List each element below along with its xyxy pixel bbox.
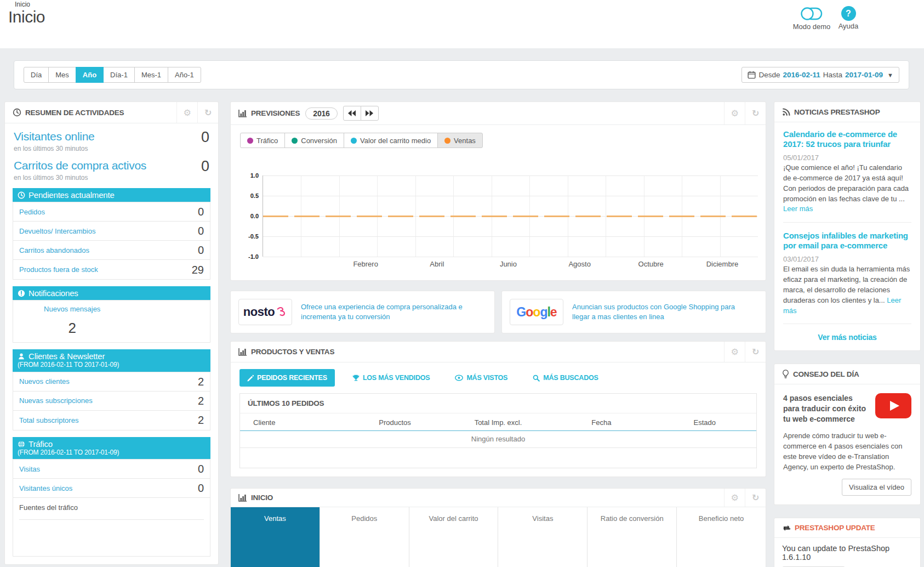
legend-sales[interactable]: Ventas	[437, 133, 483, 148]
active-carts-link[interactable]: Carritos de compra activos	[14, 159, 146, 172]
bar-chart-icon	[238, 109, 247, 117]
traffic-list: Visitas 0 Visitantes únicos 0 Fuentes de…	[13, 459, 210, 557]
refresh-icon[interactable]: ↻	[745, 489, 766, 507]
returns-link[interactable]: Devueltos/ Intercambios	[19, 227, 95, 235]
tab-ventas[interactable]: Ventas	[231, 507, 320, 567]
new-customers-link[interactable]: Nuevos clientes	[19, 377, 70, 385]
news-panel: NOTICIAS PRESTASHOP Calendario de e-comm…	[774, 101, 921, 351]
recent-orders-box: ÚLTIMOS 10 PEDIDOS Cliente Productos Tot…	[239, 393, 757, 468]
unique-visitors-value: 0	[198, 483, 204, 494]
column-fecha: Fecha	[550, 418, 653, 427]
refresh-icon[interactable]: ↻	[745, 102, 766, 124]
read-more-link[interactable]: Leer más	[783, 205, 813, 213]
column-productos: Productos	[343, 418, 446, 427]
tip-panel-title: CONSEJO DEL DÍA	[793, 370, 859, 378]
news-item-date: 05/01/2017	[783, 154, 911, 162]
pending-section-header: Pendientes actualmente	[13, 188, 210, 202]
nosto-banner-text[interactable]: Ofrece una experiencia de compra persona…	[301, 302, 482, 322]
sales-series-line	[263, 216, 758, 217]
update-arrows-icon	[782, 524, 791, 532]
range-button-ano[interactable]: Año	[76, 67, 104, 83]
user-icon	[18, 353, 25, 360]
new-subscriptions-link[interactable]: Nuevas subscripciones	[19, 396, 93, 405]
tab-most-searched[interactable]: MÁS BUSCADOS	[525, 369, 606, 387]
out-of-stock-link[interactable]: Productos fuera de stock	[19, 265, 98, 274]
gear-icon[interactable]: ⚙	[176, 102, 197, 123]
help-button[interactable]: ? Ayuda	[834, 6, 863, 30]
range-button-dia-1[interactable]: Día-1	[103, 67, 135, 83]
refresh-icon[interactable]: ↻	[745, 342, 766, 362]
forecast-panel: PREVISIONES 2016 ⚙ ↻ Tráfico	[230, 101, 766, 281]
legend-traffic[interactable]: Tráfico	[240, 133, 285, 148]
traffic-section-subtitle: (FROM 2016-02-11 TO 2017-01-09)	[18, 449, 206, 457]
range-button-ano-1[interactable]: Año-1	[168, 67, 201, 83]
news-item-title[interactable]: Consejos infalibles de marketing por ema…	[783, 231, 911, 251]
tab-beneficio-neto[interactable]: Beneficio neto	[677, 507, 766, 567]
tab-most-viewed[interactable]: MÁS VISTOS	[447, 369, 515, 387]
more-news-link[interactable]: Ver más noticias	[818, 333, 876, 342]
range-button-mes[interactable]: Mes	[48, 67, 76, 83]
nosto-logo: nosto	[238, 299, 292, 325]
visits-link[interactable]: Visitas	[19, 465, 40, 473]
range-button-mes-1[interactable]: Mes-1	[134, 67, 168, 83]
customers-section-header: Clientes & Newsletter (FROM 2016-02-11 T…	[13, 349, 210, 372]
list-item: Nuevas subscripciones 2	[13, 392, 210, 411]
tab-pedidos[interactable]: Pedidos	[320, 507, 409, 567]
visitors-online-sub: en los últimos 30 minutos	[5, 145, 218, 152]
watch-video-button[interactable]: Visualiza el vídeo	[842, 479, 911, 496]
new-messages-link[interactable]: Nuevos mensajes	[44, 305, 100, 313]
date-to-label: Hasta	[823, 71, 842, 79]
exclamation-icon	[18, 290, 25, 297]
pending-list: Pedidos 0 Devueltos/ Intercambios 0 Carr…	[13, 202, 210, 280]
chart-plot-area: 1.0 0.5 0.0 -0.5 -1.0	[263, 175, 758, 257]
pencil-icon	[247, 375, 254, 382]
tab-valor-carrito[interactable]: Valor del carrito	[409, 507, 499, 567]
legend-cart-value[interactable]: Valor del carrito medio	[344, 133, 438, 148]
date-range-picker[interactable]: Desde 2016-02-11 Hasta 2017-01-09 ▼	[742, 67, 899, 83]
refresh-icon[interactable]: ↻	[197, 102, 218, 123]
range-button-dia[interactable]: Día	[24, 67, 49, 83]
google-banner[interactable]: Google Anuncian sus productos con Google…	[501, 291, 766, 333]
search-icon	[533, 375, 540, 382]
new-messages-count: 2	[13, 320, 131, 337]
legend-conversion[interactable]: Conversión	[284, 133, 344, 148]
empty-results-row: Ningún resultado	[240, 431, 756, 448]
abandoned-carts-link[interactable]: Carritos abandonados	[19, 246, 89, 254]
visits-value: 0	[198, 463, 204, 474]
page-title: Inicio	[8, 8, 45, 26]
unique-visitors-link[interactable]: Visitantes únicos	[19, 484, 72, 492]
tip-body-text: Aprende cómo traducir tu web e-commerce …	[783, 431, 911, 472]
forecast-panel-title: PREVISIONES	[251, 109, 300, 117]
previous-year-button[interactable]	[343, 106, 361, 121]
rss-icon	[782, 108, 790, 116]
gear-icon[interactable]: ⚙	[724, 102, 745, 124]
breadcrumb[interactable]: Inicio	[15, 1, 30, 8]
tab-ratio-conversion[interactable]: Ratio de conversión	[588, 507, 677, 567]
tab-recent-orders[interactable]: PEDIDOS RECIENTES	[239, 369, 335, 387]
tip-heading: 4 pasos esenciales para traducir con éxi…	[783, 393, 869, 424]
y-tick: 1.0	[235, 172, 259, 179]
pending-orders-link[interactable]: Pedidos	[19, 208, 45, 216]
list-item: Fuentes del tráfico	[13, 498, 210, 517]
update-panel-title: PRESTASHOP UPDATE	[795, 524, 875, 532]
x-tick: Agosto	[568, 260, 590, 268]
divider	[783, 324, 911, 324]
active-carts-value: 0	[201, 159, 209, 174]
google-banner-text[interactable]: Anuncian sus productos con Google Shoppi…	[572, 302, 753, 322]
tab-visitas[interactable]: Visitas	[498, 507, 588, 567]
gear-icon[interactable]: ⚙	[724, 489, 745, 507]
list-item: Carritos abandonados 0	[13, 241, 210, 260]
nosto-banner[interactable]: nosto Ofrece una experiencia de compra p…	[230, 291, 495, 333]
youtube-icon[interactable]	[875, 393, 911, 418]
next-year-button[interactable]	[361, 106, 379, 121]
x-tick: Diciembre	[706, 260, 739, 268]
total-subscribers-link[interactable]: Total subscriptores	[19, 416, 78, 424]
news-item: Consejos infalibles de marketing por ema…	[774, 224, 920, 322]
visitors-online-link[interactable]: Visitantes online	[14, 130, 94, 143]
trophy-icon	[352, 375, 360, 382]
demo-mode-toggle[interactable]: Modo demo	[789, 6, 834, 31]
tab-best-sellers[interactable]: LOS MÁS VENDIDOS	[345, 369, 438, 387]
news-item-title[interactable]: Calendario de e-commerce de 2017: 52 tru…	[783, 129, 911, 149]
gear-icon[interactable]: ⚙	[724, 342, 745, 362]
new-subscriptions-value: 2	[198, 395, 204, 406]
